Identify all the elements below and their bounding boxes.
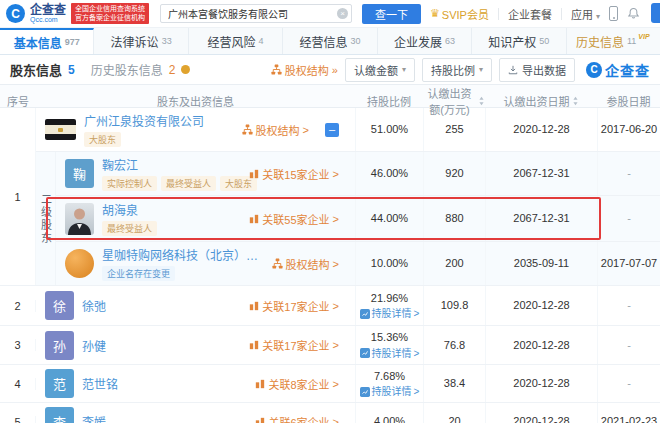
amount-cell: 109.8 bbox=[423, 286, 485, 325]
join-date-cell: 2017-06-20 bbox=[597, 108, 660, 151]
clear-search-icon[interactable]: × bbox=[337, 8, 348, 19]
company-logo bbox=[65, 249, 94, 278]
related-companies-icon bbox=[249, 340, 259, 350]
avatar-photo bbox=[65, 203, 94, 235]
row-number: 1 bbox=[0, 108, 36, 285]
search-button[interactable]: 查一下 bbox=[362, 4, 421, 24]
apps-menu-item[interactable]: 应用 ▾ bbox=[571, 6, 600, 22]
company-nav-tabs: 基本信息977 法律诉讼33 经营风险4 经营信息30 企业发展63 知识产权5… bbox=[0, 27, 660, 55]
shareholder-name-link[interactable]: 广州江泉投资有限公司 bbox=[84, 112, 204, 129]
holding-detail-link[interactable]: 持股详情> bbox=[360, 346, 420, 361]
search-box: × bbox=[160, 4, 352, 23]
mobile-app-icon[interactable] bbox=[609, 6, 618, 21]
tab-operating-risk[interactable]: 经营风险4 bbox=[189, 28, 283, 54]
date-cell: 2067-12-31 bbox=[485, 196, 597, 241]
ratio-cell: 44.00% bbox=[355, 196, 423, 241]
table-row-child: 鞠 鞠宏江 实际控制人 最终受益人 大股东 关联15家企业 bbox=[56, 152, 660, 196]
shareholder-name-link[interactable]: 孙健 bbox=[82, 337, 106, 354]
history-shareholder-count: 2 bbox=[169, 63, 176, 77]
tab-intellectual-property[interactable]: 知识产权50 bbox=[472, 28, 566, 54]
shareholder-name-link[interactable]: 李媛 bbox=[82, 413, 106, 423]
tab-legal-litigation[interactable]: 法律诉讼33 bbox=[94, 28, 188, 54]
col-header-no: 序号 bbox=[0, 93, 36, 109]
join-date-cell: - bbox=[597, 152, 660, 195]
row-number: 5 bbox=[0, 416, 36, 423]
related-companies-link[interactable]: 关联17家企业> bbox=[249, 298, 347, 314]
related-companies-link[interactable]: 关联8家企业> bbox=[255, 376, 347, 392]
divider bbox=[561, 8, 562, 20]
tab-operating-info[interactable]: 经营信息30 bbox=[283, 28, 377, 54]
amount-filter-button[interactable]: 认缴金额▾ bbox=[345, 58, 415, 82]
table-row: 5 李 李媛 关联6家企业> 4.00% 20 2020-12-28 2021-… bbox=[0, 403, 660, 423]
sort-icon[interactable] bbox=[478, 96, 485, 106]
row-number: 3 bbox=[0, 339, 36, 351]
join-date-cell: - bbox=[597, 196, 660, 241]
date-cell: 2020-12-28 bbox=[485, 365, 597, 402]
qcc-logo-icon[interactable] bbox=[6, 4, 25, 23]
col-header-date[interactable]: 认缴出资日期 bbox=[485, 93, 597, 109]
tab-company-development[interactable]: 企业发展63 bbox=[378, 28, 472, 54]
equity-structure-link[interactable]: 股权结构 > bbox=[272, 256, 347, 272]
table-row-child: 星咖特购网络科技（北京）集团有限公司 企业名存在变更 股权结构 > 10.00%… bbox=[56, 242, 660, 285]
certification-badge: 全国企业信用查询系统官方备案企业征信机构 bbox=[71, 3, 149, 25]
amount-cell: 200 bbox=[423, 242, 485, 285]
collapse-button[interactable]: – bbox=[325, 123, 339, 137]
shareholder-name-link[interactable]: 胡海泉 bbox=[102, 201, 157, 218]
date-cell: 2020-12-28 bbox=[485, 326, 597, 364]
sort-icon[interactable] bbox=[572, 96, 579, 106]
related-companies-icon bbox=[249, 214, 259, 224]
history-shareholder-link[interactable]: 历史股东信息 bbox=[91, 61, 163, 78]
equity-structure-link[interactable]: 股权结构 > bbox=[242, 122, 317, 138]
table-header-row: 序号 股东及出资信息 持股比例 认缴出资额(万元) 认缴出资日期 参股日期 bbox=[0, 84, 660, 108]
export-data-button[interactable]: 导出数据 bbox=[499, 58, 575, 82]
brand-name: 企查查 bbox=[30, 4, 66, 16]
row-number: 2 bbox=[0, 300, 36, 312]
ratio-cell: 21.96% 持股详情> bbox=[355, 286, 423, 325]
shareholder-name-link[interactable]: 范世铭 bbox=[82, 375, 118, 392]
shareholder-name-link[interactable]: 鞠宏江 bbox=[102, 156, 241, 173]
equity-structure-link[interactable]: 股权结构 » bbox=[271, 62, 338, 78]
package-menu-item[interactable]: 企业套餐 bbox=[508, 6, 552, 22]
side-panel-widget[interactable] bbox=[651, 3, 660, 23]
org-chart-icon bbox=[272, 258, 283, 269]
related-companies-link[interactable]: 关联55家企业 > bbox=[249, 211, 347, 227]
col-header-ratio: 持股比例 bbox=[355, 93, 423, 109]
amount-cell: 920 bbox=[423, 152, 485, 195]
amount-cell: 38.4 bbox=[423, 365, 485, 402]
tab-history-info[interactable]: 历史信息11 VIP bbox=[567, 28, 660, 54]
related-companies-link[interactable]: 关联6家企业> bbox=[255, 414, 347, 423]
bell-icon[interactable] bbox=[627, 7, 640, 20]
section-count: 5 bbox=[68, 63, 75, 77]
company-logo bbox=[45, 119, 76, 140]
beneficial-owner-tag: 最终受益人 bbox=[102, 221, 157, 236]
ratio-filter-button[interactable]: 持股比例▾ bbox=[422, 58, 492, 82]
holding-detail-link[interactable]: 持股详情> bbox=[360, 384, 420, 399]
table-row: 3 孙 孙健 关联17家企业> 15.36% 持股详情> 76.8 2020-1… bbox=[0, 326, 660, 365]
table-row-parent-company: 广州江泉投资有限公司 大股东 股权结构 > – 51.00% 255 2020-… bbox=[36, 108, 660, 152]
related-companies-link[interactable]: 关联15家企业 > bbox=[249, 166, 347, 182]
beneficial-owner-tag: 最终受益人 bbox=[161, 176, 216, 191]
date-cell: 2020-12-28 bbox=[485, 403, 597, 423]
detail-icon bbox=[360, 387, 370, 397]
chevron-down-icon: ▾ bbox=[402, 65, 406, 74]
join-date-cell: 2021-02-23 bbox=[597, 403, 660, 423]
related-companies-link[interactable]: 关联17家企业> bbox=[249, 337, 347, 353]
tab-basic-info[interactable]: 基本信息977 bbox=[0, 28, 94, 54]
related-companies-icon bbox=[255, 417, 265, 423]
crown-icon: ♛ bbox=[430, 7, 440, 20]
shareholder-name-link[interactable]: 徐弛 bbox=[82, 297, 106, 314]
holding-detail-link[interactable]: 持股详情> bbox=[360, 306, 420, 321]
join-date-cell: - bbox=[597, 365, 660, 402]
join-date-cell: 2017-07-07 bbox=[597, 242, 660, 285]
search-input[interactable] bbox=[160, 4, 352, 23]
avatar: 孙 bbox=[45, 331, 74, 360]
date-cell: 2020-12-28 bbox=[485, 286, 597, 325]
avatar: 鞠 bbox=[65, 159, 94, 188]
ratio-cell: 15.36% 持股详情> bbox=[355, 326, 423, 364]
brand[interactable]: 企查查 Qcc.com bbox=[30, 4, 66, 23]
col-header-join-date: 参股日期 bbox=[597, 93, 660, 109]
row-number: 4 bbox=[0, 378, 36, 390]
join-date-cell: - bbox=[597, 326, 660, 364]
shareholder-name-link[interactable]: 星咖特购网络科技（北京）集团有限公司 bbox=[102, 246, 264, 263]
svip-menu-item[interactable]: ♛ SVIP会员 bbox=[430, 6, 489, 22]
